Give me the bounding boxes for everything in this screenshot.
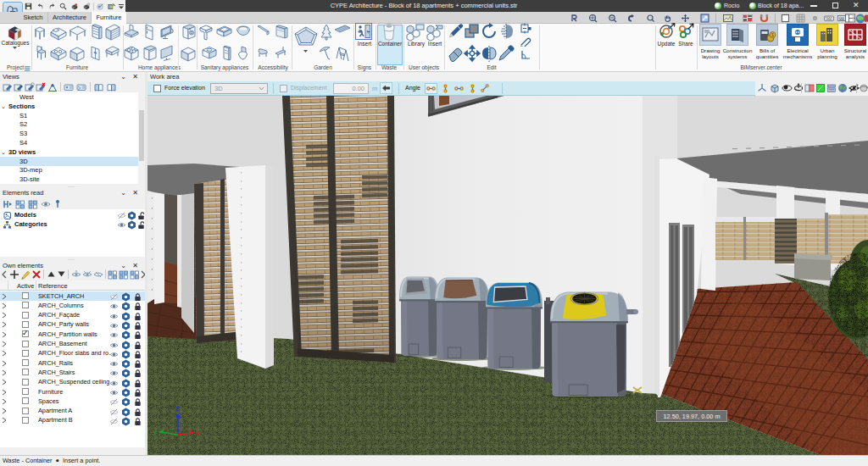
svg-text:88: 88 bbox=[839, 16, 844, 21]
svg-text:Y: Y bbox=[153, 429, 158, 436]
svg-text:Z: Z bbox=[175, 405, 180, 413]
svg-text:X: X bbox=[196, 430, 201, 437]
svg-text:$: $ bbox=[771, 32, 774, 37]
